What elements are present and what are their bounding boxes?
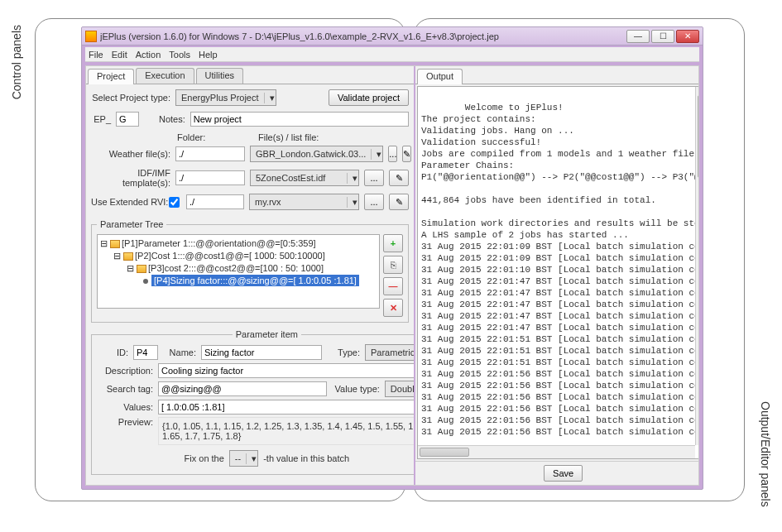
menubar: File Edit Action Tools Help	[85, 47, 699, 62]
chevron-down-icon: ▾	[347, 197, 358, 208]
scrollbar-horizontal[interactable]	[418, 445, 695, 458]
label-type: Type:	[327, 347, 360, 357]
tree-node-p3[interactable]: ⊟ [P3]cost 2:::@@cost2@@=[100 : 50: 1000…	[100, 262, 377, 275]
tree-copy-button[interactable]: ⎘	[383, 256, 403, 274]
validate-button[interactable]: Validate project	[329, 89, 409, 106]
titlebar[interactable]: jEPlus (version 1.6.0) for Windows 7 - D…	[82, 27, 703, 46]
bullet-icon	[143, 279, 148, 284]
values-input[interactable]	[158, 400, 414, 415]
tab-project[interactable]: Project	[88, 69, 134, 84]
label-id: ID:	[97, 347, 128, 357]
type-select[interactable]: Parametrics▾	[365, 344, 414, 361]
maximize-button[interactable]: ☐	[651, 30, 674, 43]
tab-execution[interactable]: Execution	[136, 68, 194, 84]
project-type-select[interactable]: EnergyPlus Project▾	[175, 89, 276, 106]
notes-input[interactable]	[190, 112, 409, 127]
chevron-down-icon: ▾	[264, 93, 276, 103]
label-project-type: Select Project type:	[91, 93, 170, 103]
menu-file[interactable]: File	[89, 50, 103, 60]
parameter-item-group: Parameter item ID: Name: Type: Parametri…	[91, 329, 414, 475]
label-rvi: Use Extended RVI:	[91, 197, 170, 207]
tab-utilities[interactable]: Utilities	[196, 68, 243, 84]
menu-help[interactable]: Help	[199, 50, 218, 60]
weather-folder-input[interactable]	[175, 146, 245, 161]
label-description: Description:	[97, 366, 153, 376]
parameter-tree-legend: Parameter Tree	[97, 219, 166, 229]
chevron-down-icon: ▾	[347, 173, 358, 184]
folder-icon	[110, 240, 120, 248]
tree-node-p2[interactable]: ⊟ [P2]Cost 1:::@@cost1@@=[ 1000: 500:100…	[100, 250, 377, 262]
right-pane: Output Welcome to jEPlus! The project co…	[415, 66, 699, 485]
label-ep: EP_	[91, 114, 111, 124]
weather-file-select[interactable]: GBR_London.Gatwick.03...▾	[250, 146, 383, 162]
rvi-checkbox[interactable]	[169, 197, 180, 208]
parameter-item-legend: Parameter item	[233, 329, 301, 339]
output-text: Welcome to jEPlus! The project contains:…	[421, 103, 699, 459]
label-preview: Preview:	[97, 417, 153, 427]
left-tab-strip: Project Execution Utilities	[86, 66, 414, 84]
rvi-browse-button[interactable]: ...	[364, 194, 384, 210]
tree-delete-button[interactable]: ✕	[383, 299, 403, 317]
label-idf: IDF/IMF template(s):	[91, 168, 170, 188]
idf-folder-input[interactable]	[175, 170, 245, 185]
tab-output[interactable]: Output	[417, 69, 463, 84]
search-tag-input[interactable]	[158, 381, 327, 396]
fix-select[interactable]: --▾	[229, 450, 258, 467]
right-tab-strip: Output	[415, 66, 699, 84]
id-input[interactable]	[133, 345, 158, 360]
label-value-type: Value type:	[332, 384, 380, 394]
scrollbar-vertical[interactable]	[695, 87, 699, 445]
label-fix-on: Fix on the	[185, 453, 224, 463]
chevron-down-icon: ▾	[371, 149, 382, 160]
rvi-file-select[interactable]: my.rvx▾	[249, 194, 359, 210]
parameter-tree-group: Parameter Tree ⊟ [P1]Parameter 1:::@@ori…	[91, 219, 409, 323]
tree-node-p1[interactable]: ⊟ [P1]Parameter 1:::@@orientation@@=[0:5…	[100, 237, 377, 250]
description-input[interactable]	[158, 363, 414, 378]
label-folder-hdr: Folder:	[177, 132, 252, 142]
menu-tools[interactable]: Tools	[169, 50, 190, 60]
tree-node-p4[interactable]: [P4]Sizing factor:::@@sizing@@=[ 1.0:0.0…	[151, 275, 359, 286]
label-weather: Weather file(s):	[91, 149, 170, 159]
scroll-handle[interactable]	[698, 95, 699, 178]
menu-action[interactable]: Action	[136, 50, 161, 60]
folder-icon	[137, 265, 146, 273]
label-control-panels: Control panels	[10, 25, 23, 99]
value-type-select[interactable]: Double▾	[385, 381, 414, 397]
rvi-folder-input[interactable]	[186, 194, 244, 209]
weather-edit-button[interactable]: ✎	[402, 146, 411, 162]
save-button[interactable]: Save	[544, 465, 583, 482]
label-search-tag: Search tag:	[97, 384, 153, 394]
label-output-panels: Output/Editor panels	[759, 401, 772, 507]
folder-icon	[123, 252, 133, 261]
rvi-edit-button[interactable]: ✎	[389, 194, 409, 210]
scroll-handle[interactable]	[420, 448, 469, 457]
parameter-tree[interactable]: ⊟ [P1]Parameter 1:::@@orientation@@=[0:5…	[97, 234, 380, 309]
name-input[interactable]	[201, 345, 322, 360]
ep-input[interactable]	[116, 112, 139, 127]
idf-browse-button[interactable]: ...	[364, 170, 384, 186]
weather-browse-button[interactable]: ...	[388, 146, 397, 162]
label-files-hdr: File(s) / list file:	[258, 132, 319, 142]
app-window: jEPlus (version 1.6.0) for Windows 7 - D…	[81, 26, 703, 490]
idf-file-select[interactable]: 5ZoneCostEst.idf▾	[250, 170, 359, 186]
preview-text: {1.0, 1.05, 1.1, 1.15, 1.2, 1.25, 1.3, 1…	[158, 417, 414, 445]
tree-remove-button[interactable]: —	[383, 277, 403, 295]
label-name: Name:	[163, 347, 196, 357]
app-icon	[85, 31, 97, 42]
window-title: jEPlus (version 1.6.0) for Windows 7 - D…	[100, 31, 626, 41]
minimize-button[interactable]: —	[626, 30, 650, 43]
idf-edit-button[interactable]: ✎	[389, 170, 409, 186]
chevron-down-icon: ▾	[246, 453, 257, 464]
label-values: Values:	[97, 402, 153, 412]
close-button[interactable]: ✕	[676, 30, 699, 43]
label-notes: Notes:	[159, 114, 185, 124]
label-fix-suffix: -th value in this batch	[263, 453, 349, 463]
left-pane: Project Execution Utilities Select Proje…	[86, 66, 415, 485]
menu-edit[interactable]: Edit	[112, 50, 127, 60]
output-textarea[interactable]: Welcome to jEPlus! The project contains:…	[417, 86, 699, 459]
tree-add-button[interactable]: +	[383, 234, 403, 252]
